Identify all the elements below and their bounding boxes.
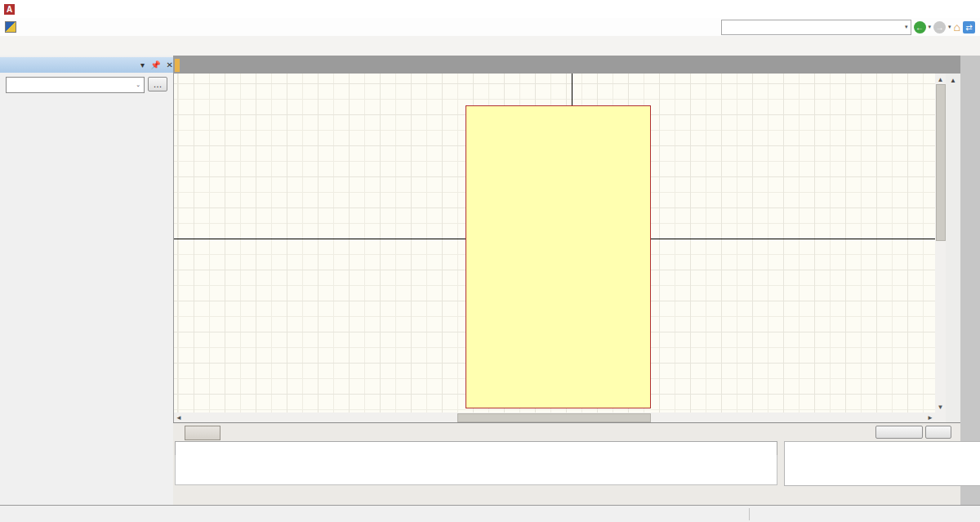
chevron-down-icon[interactable]: ⌄: [136, 82, 140, 88]
forward-dropdown-icon[interactable]: ▾: [948, 24, 951, 30]
forward-icon[interactable]: →: [933, 21, 946, 33]
vscroll-thumb[interactable]: [936, 84, 946, 241]
scroll-left-icon[interactable]: ◄: [174, 413, 184, 422]
model-table-body[interactable]: [175, 455, 777, 485]
panel-menu-icon[interactable]: ▾: [140, 60, 145, 69]
library-filter-combobox[interactable]: ⌄: [6, 77, 145, 93]
main-toolbar: [0, 36, 980, 56]
sync-icon[interactable]: ⇄: [963, 21, 975, 33]
hscroll-thumb[interactable]: [457, 413, 651, 422]
browse-button[interactable]: …: [148, 77, 167, 91]
menu-bar: ▾ ←▾ →▾ ⌂ ⇄: [0, 18, 980, 37]
tab-editor[interactable]: [185, 426, 220, 440]
tab-scroll-handle[interactable]: [175, 59, 180, 72]
scroll-up-icon[interactable]: ▲: [935, 75, 946, 83]
dock-scroll-column: ▲: [946, 74, 960, 422]
sch-library-panel: ▾ 📌 ✕ ⌄ …: [0, 56, 174, 505]
panel-tab-bar: [0, 487, 173, 505]
mask-level-button[interactable]: [875, 426, 923, 439]
pin-panel-icon[interactable]: 📌: [150, 60, 160, 69]
address-input[interactable]: ▾: [721, 20, 911, 35]
close-panel-icon[interactable]: ✕: [167, 60, 173, 69]
altium-designer-window: A ▾ ←▾ →▾ ⌂ ⇄ ▾ 📌 ✕ ⌄: [0, 0, 980, 522]
home-icon[interactable]: ⌂: [954, 20, 960, 33]
scroll-down-icon[interactable]: ▼: [935, 403, 946, 411]
canvas-vscrollbar[interactable]: ▲ ▼: [935, 74, 946, 422]
app-icon: A: [4, 4, 15, 15]
panel-header: ▾ 📌 ✕: [0, 57, 178, 73]
origin-axis-vertical: [572, 74, 572, 105]
chevron-down-icon[interactable]: ▾: [905, 24, 908, 30]
preview-area: [784, 441, 980, 486]
status-bar: [0, 505, 980, 522]
canvas-hscrollbar[interactable]: ◄ ►: [174, 413, 935, 422]
schematic-canvas[interactable]: [174, 74, 935, 413]
document-tab-bar: [173, 56, 960, 74]
dock-scroll-up-icon[interactable]: ▲: [950, 77, 956, 84]
back-icon[interactable]: ←: [914, 21, 926, 33]
clear-button[interactable]: [925, 426, 951, 439]
back-dropdown-icon[interactable]: ▾: [929, 24, 932, 30]
dxp-icon: [5, 21, 16, 33]
editor-panel: ▲: [173, 422, 960, 506]
title-bar: A: [0, 0, 980, 18]
scroll-right-icon[interactable]: ►: [925, 413, 935, 422]
right-dock-tabstrip: [960, 56, 980, 505]
schematic-component-body[interactable]: [466, 105, 651, 408]
address-bar: ▾ ←▾ →▾ ⌂ ⇄: [721, 20, 980, 35]
